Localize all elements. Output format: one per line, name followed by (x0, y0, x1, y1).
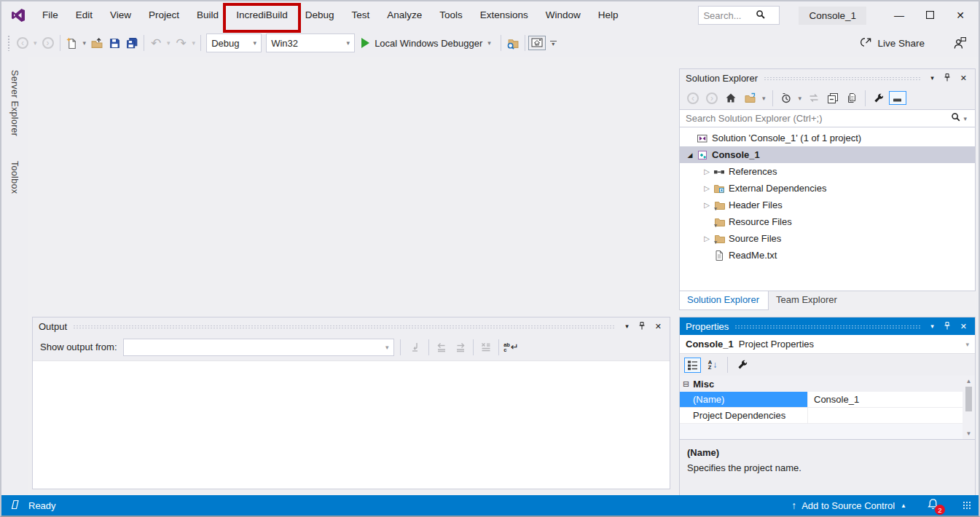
scroll-up-icon[interactable]: ▲ (966, 376, 972, 387)
property-row-name[interactable]: (Name)Console_1 (680, 392, 963, 408)
find-in-files-icon[interactable] (504, 33, 522, 52)
navigate-forward-button[interactable]: › (39, 33, 57, 52)
output-content[interactable] (33, 360, 670, 489)
menu-window[interactable]: Window (537, 1, 589, 29)
menu-view[interactable]: View (101, 1, 140, 29)
show-all-files-icon[interactable] (843, 89, 861, 108)
navigate-back-button[interactable]: ‹ (14, 33, 31, 52)
menu-edit[interactable]: Edit (67, 1, 101, 29)
tree-expander-icon[interactable]: ◢ (684, 151, 696, 159)
collapse-all-icon[interactable] (824, 89, 842, 108)
tree-item-external-dependencies[interactable]: ▷External Dependencies (680, 180, 975, 197)
close-icon[interactable]: ✕ (957, 74, 971, 83)
menu-incredibuild[interactable]: IncrediBuild (227, 1, 297, 29)
save-icon[interactable] (106, 33, 123, 52)
new-file-dropdown-icon[interactable]: ▾ (81, 39, 89, 47)
configuration-dropdown[interactable]: Debug▾ (206, 33, 262, 52)
properties-scrollbar[interactable]: ▲ ▼ (963, 376, 975, 439)
menu-analyze[interactable]: Analyze (378, 1, 431, 29)
window-position-icon[interactable]: ▾ (927, 74, 938, 82)
navigate-back-dropdown-icon[interactable]: ▾ (31, 39, 39, 47)
property-value[interactable] (808, 408, 963, 423)
property-pages-wrench-icon[interactable] (734, 355, 751, 374)
dock-tab-toolbox[interactable]: Toolbox (9, 158, 20, 197)
se-forward-icon[interactable]: › (703, 89, 721, 108)
tree-item-console-1[interactable]: ◢Console_1 (680, 146, 975, 163)
close-icon[interactable]: ✕ (957, 322, 971, 331)
menu-build[interactable]: Build (188, 1, 227, 29)
save-all-icon[interactable] (123, 33, 141, 52)
solution-explorer-search-box[interactable]: ▾ (680, 109, 975, 127)
scroll-down-icon[interactable]: ▼ (966, 428, 972, 439)
tree-item-references[interactable]: ▷References (680, 163, 975, 180)
toolbar-drag-handle[interactable] (7, 35, 11, 51)
tab-team-explorer[interactable]: Team Explorer (769, 291, 846, 310)
tab-solution-explorer[interactable]: Solution Explorer (679, 291, 769, 310)
quick-search-box[interactable] (698, 6, 780, 25)
redo-dropdown-icon[interactable]: ▾ (190, 39, 198, 47)
live-share-button[interactable]: Live Share (859, 36, 935, 50)
filter-dropdown-icon[interactable]: ▾ (796, 95, 804, 102)
properties-header[interactable]: Properties ▾ ✕ (680, 317, 975, 335)
pin-icon[interactable] (939, 321, 955, 332)
tree-expander-icon[interactable]: ▷ (701, 201, 713, 209)
menu-extensions[interactable]: Extensions (471, 1, 537, 29)
property-name[interactable]: Project Dependencies (680, 408, 808, 423)
property-name[interactable]: (Name) (680, 392, 808, 407)
se-back-icon[interactable]: ‹ (684, 89, 702, 108)
menu-test[interactable]: Test (342, 1, 378, 29)
window-position-icon[interactable]: ▾ (622, 323, 632, 330)
collapse-category-icon[interactable]: ⊟ (683, 379, 689, 389)
toolbar-options-icon[interactable]: ▾ (550, 41, 557, 46)
new-file-icon[interactable] (63, 33, 81, 52)
word-wrap-icon[interactable]: abc↵ (502, 339, 521, 356)
tree-item-readme-txt[interactable]: ReadMe.txt (680, 247, 975, 264)
property-value[interactable]: Console_1 (808, 392, 963, 407)
tree-item-solution-console-1-1-of-1-project[interactable]: Solution 'Console_1' (1 of 1 project) (680, 130, 975, 146)
category-row-misc[interactable]: ⊟ Misc (680, 376, 975, 392)
dock-tab-server-explorer[interactable]: Server Explorer (9, 67, 20, 139)
maximize-button[interactable] (914, 1, 945, 29)
resize-grip[interactable] (963, 501, 971, 510)
sign-in-user-icon[interactable] (951, 33, 968, 52)
output-source-dropdown[interactable]: ▾ (123, 339, 394, 356)
tree-item-header-files[interactable]: ▷Header Files (680, 197, 975, 213)
tree-item-resource-files[interactable]: Resource Files (680, 213, 975, 230)
menu-debug[interactable]: Debug (297, 1, 343, 29)
solution-explorer-sync-icon[interactable] (528, 36, 546, 50)
run-dropdown-icon[interactable]: ▾ (485, 39, 493, 47)
close-button[interactable]: ✕ (945, 1, 976, 29)
solution-explorer-header[interactable]: Solution Explorer ▾ ✕ (680, 69, 975, 87)
solution-explorer-search-input[interactable] (686, 113, 951, 124)
platform-dropdown[interactable]: Win32▾ (266, 33, 355, 52)
menu-tools[interactable]: Tools (431, 1, 471, 29)
pin-icon[interactable] (939, 73, 955, 84)
menu-help[interactable]: Help (589, 1, 627, 29)
tree-expander-icon[interactable]: ▷ (701, 167, 713, 175)
source-control-caret-icon[interactable]: ▲ (901, 502, 906, 509)
sync-with-active-document-icon[interactable] (805, 89, 823, 108)
menu-file[interactable]: File (34, 1, 67, 29)
quick-search-input[interactable] (703, 10, 756, 21)
minimize-button[interactable]: — (884, 1, 914, 29)
scrollbar-thumb[interactable] (965, 387, 972, 411)
close-icon[interactable]: ✕ (651, 322, 665, 331)
start-debugging-button[interactable]: Local Windows Debugger ▾ (361, 38, 493, 49)
open-file-icon[interactable] (88, 33, 106, 52)
switch-views-dropdown-icon[interactable]: ▾ (760, 95, 768, 102)
redo-icon[interactable]: ↷ (173, 33, 190, 52)
preview-selected-items-button[interactable] (889, 91, 906, 105)
undo-icon[interactable]: ↶ (147, 33, 165, 52)
menu-project[interactable]: Project (140, 1, 188, 29)
notifications-button[interactable]: 2 (927, 498, 939, 513)
categorized-view-button[interactable] (684, 358, 701, 373)
alphabetical-sort-button[interactable]: AZ↓ (704, 355, 721, 374)
pending-changes-filter-icon[interactable] (777, 89, 795, 108)
add-to-source-control-button[interactable]: Add to Source Control (801, 500, 895, 511)
properties-object-dropdown[interactable]: Console_1 Project Properties ▾ (680, 335, 975, 354)
window-position-icon[interactable]: ▾ (927, 323, 938, 330)
property-row-project-dependencies[interactable]: Project Dependencies (680, 408, 963, 424)
undo-dropdown-icon[interactable]: ▾ (165, 39, 173, 47)
pin-icon[interactable] (634, 321, 650, 332)
search-options-dropdown-icon[interactable]: ▾ (961, 115, 969, 122)
